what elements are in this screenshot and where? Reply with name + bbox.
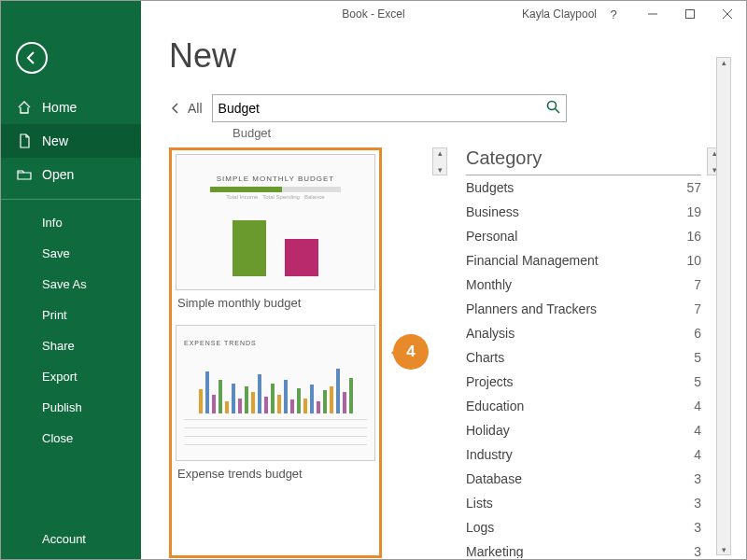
page-title: New bbox=[169, 36, 746, 76]
category-item[interactable]: Holiday4 bbox=[466, 418, 701, 442]
category-name: Database bbox=[466, 471, 522, 486]
help-icon[interactable]: ? bbox=[602, 1, 625, 27]
category-item[interactable]: Logs3 bbox=[466, 515, 701, 539]
category-item[interactable]: Monthly7 bbox=[466, 273, 701, 297]
search-back-label: All bbox=[188, 101, 203, 116]
category-item[interactable]: Charts5 bbox=[466, 345, 701, 370]
category-count: 10 bbox=[686, 253, 701, 268]
category-count: 4 bbox=[694, 423, 701, 438]
category-count: 3 bbox=[694, 496, 701, 511]
category-item[interactable]: Projects5 bbox=[466, 370, 701, 394]
template-expense-trends-budget[interactable]: EXPENSE TRENDS bbox=[176, 325, 375, 490]
scroll-down-icon[interactable]: ▾ bbox=[438, 165, 443, 175]
sidebar-item-print[interactable]: Print bbox=[1, 300, 141, 330]
category-name: Marketing bbox=[466, 544, 523, 558]
category-list: Budgets57Business19Personal16Financial M… bbox=[466, 175, 701, 558]
thumb-progress bbox=[210, 187, 341, 192]
category-count: 5 bbox=[694, 374, 701, 389]
category-item[interactable]: Database3 bbox=[466, 467, 701, 491]
category-name: Holiday bbox=[466, 423, 510, 438]
sidebar-separator bbox=[1, 199, 141, 200]
category-count: 3 bbox=[694, 544, 701, 558]
category-item[interactable]: Lists3 bbox=[466, 491, 701, 515]
category-item[interactable]: Budgets57 bbox=[466, 175, 701, 200]
main-panel: New All Budget SIMPLE MONTHLY BUDGET Tot… bbox=[141, 27, 746, 559]
scroll-up-icon[interactable]: ▴ bbox=[438, 148, 443, 158]
search-back-button[interactable]: All bbox=[169, 101, 203, 116]
category-count: 3 bbox=[694, 520, 701, 535]
sidebar-item-export[interactable]: Export bbox=[1, 361, 141, 392]
templates-scrollbar[interactable]: ▴ ▾ bbox=[432, 147, 447, 175]
search-suggestion[interactable]: Budget bbox=[233, 126, 746, 140]
sidebar-item-account[interactable]: Account bbox=[42, 532, 86, 546]
close-button[interactable] bbox=[709, 1, 746, 27]
thumb-table bbox=[184, 419, 366, 453]
category-count: 7 bbox=[694, 277, 701, 292]
minimize-button[interactable] bbox=[634, 1, 671, 27]
scroll-up-icon[interactable]: ▴ bbox=[722, 58, 726, 67]
callout-badge: 4 bbox=[393, 334, 429, 370]
category-name: Lists bbox=[466, 496, 493, 511]
category-name: Financial Management bbox=[466, 253, 599, 268]
category-name: Planners and Trackers bbox=[466, 301, 597, 316]
category-item[interactable]: Analysis6 bbox=[466, 321, 701, 345]
category-name: Budgets bbox=[466, 180, 514, 195]
category-name: Logs bbox=[466, 520, 494, 535]
category-count: 7 bbox=[694, 301, 701, 316]
thumb-bars bbox=[193, 354, 359, 413]
search-box[interactable] bbox=[212, 94, 567, 122]
category-item[interactable]: Personal16 bbox=[466, 224, 701, 248]
category-count: 4 bbox=[694, 399, 701, 413]
category-name: Projects bbox=[466, 374, 514, 389]
category-name: Education bbox=[466, 399, 524, 413]
template-simple-monthly-budget[interactable]: SIMPLE MONTHLY BUDGET Total Income Total… bbox=[176, 154, 375, 319]
category-item[interactable]: Industry4 bbox=[466, 442, 701, 467]
category-item[interactable]: Education4 bbox=[466, 394, 701, 418]
category-count: 16 bbox=[686, 229, 701, 244]
category-name: Analysis bbox=[466, 326, 514, 341]
sidebar-item-home[interactable]: Home bbox=[1, 91, 141, 124]
category-item[interactable]: Marketing3 bbox=[466, 539, 701, 558]
template-label: Simple monthly budget bbox=[176, 290, 375, 319]
folder-open-icon bbox=[16, 166, 33, 183]
sidebar-item-info[interactable]: Info bbox=[1, 207, 141, 238]
category-header: Category bbox=[466, 147, 701, 175]
category-count: 6 bbox=[694, 326, 701, 341]
template-thumbnail: EXPENSE TRENDS bbox=[176, 325, 375, 461]
category-name: Personal bbox=[466, 229, 517, 244]
search-input[interactable] bbox=[218, 101, 536, 116]
category-panel: Category Budgets57Business19Personal16Fi… bbox=[466, 147, 701, 558]
user-name[interactable]: Kayla Claypool bbox=[522, 7, 597, 21]
main-scrollbar[interactable]: ▴ ▾ bbox=[716, 57, 731, 555]
window-controls bbox=[634, 1, 746, 27]
scroll-down-icon[interactable]: ▾ bbox=[722, 545, 726, 554]
sidebar-item-publish[interactable]: Publish bbox=[1, 392, 141, 423]
search-icon[interactable] bbox=[546, 100, 560, 118]
maximize-button[interactable] bbox=[671, 1, 709, 27]
svg-point-4 bbox=[547, 101, 556, 109]
sidebar-item-open[interactable]: Open bbox=[1, 158, 141, 191]
category-name: Industry bbox=[466, 447, 513, 462]
window-title: Book - Excel bbox=[342, 7, 404, 21]
template-label: Expense trends budget bbox=[176, 461, 375, 490]
template-thumbnail: SIMPLE MONTHLY BUDGET Total Income Total… bbox=[176, 154, 375, 290]
category-name: Business bbox=[466, 204, 519, 219]
category-item[interactable]: Business19 bbox=[466, 200, 701, 224]
category-name: Charts bbox=[466, 350, 504, 365]
svg-line-5 bbox=[555, 108, 559, 113]
category-item[interactable]: Planners and Trackers7 bbox=[466, 297, 701, 321]
sidebar-item-save[interactable]: Save bbox=[1, 238, 141, 269]
svg-rect-1 bbox=[686, 10, 695, 19]
category-count: 3 bbox=[694, 471, 701, 486]
category-count: 4 bbox=[694, 447, 701, 462]
file-icon bbox=[16, 133, 33, 149]
sidebar-item-close[interactable]: Close bbox=[1, 423, 141, 454]
back-button[interactable] bbox=[16, 42, 48, 74]
category-count: 57 bbox=[686, 180, 701, 195]
sidebar-label: Home bbox=[42, 100, 77, 115]
sidebar-item-share[interactable]: Share bbox=[1, 330, 141, 361]
sidebar-label: Open bbox=[42, 167, 74, 182]
category-item[interactable]: Financial Management10 bbox=[466, 248, 701, 273]
sidebar-item-new[interactable]: New bbox=[1, 124, 141, 158]
sidebar-item-save-as[interactable]: Save As bbox=[1, 269, 141, 300]
